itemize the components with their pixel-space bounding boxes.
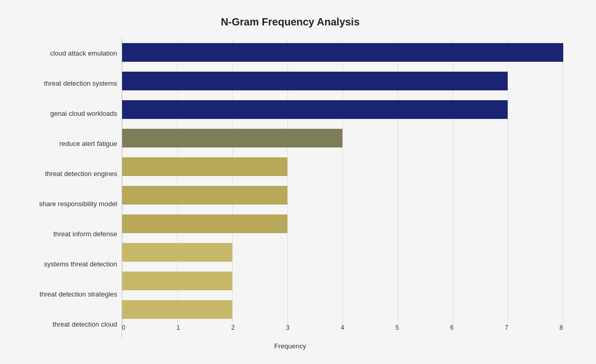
x-tick-label: 5: [395, 324, 399, 340]
x-tick-label: 8: [560, 324, 563, 340]
x-tick-label: 2: [231, 324, 235, 340]
bar-row: [122, 70, 563, 92]
y-label: threat detection cloud: [18, 311, 117, 338]
bar: [122, 100, 508, 119]
bar: [122, 129, 343, 147]
bar: [122, 214, 287, 233]
bar: [122, 72, 508, 90]
chart-area: cloud attack emulationthreat detection s…: [18, 38, 563, 340]
bar-row: [122, 41, 563, 64]
x-tick-label: 0: [122, 324, 126, 340]
bars: [122, 38, 563, 324]
y-label: reduce alert fatigue: [18, 130, 117, 157]
y-label: share responsibility model: [18, 191, 117, 218]
chart-title: N-Gram Frequency Analysis: [18, 16, 563, 28]
y-label: threat detection systems: [18, 70, 117, 97]
bar-row: [122, 241, 563, 264]
bar: [122, 43, 563, 62]
x-tick-label: 3: [286, 324, 289, 340]
y-label: threat detection strategies: [18, 281, 117, 308]
x-axis-title: Frequency: [18, 342, 563, 350]
bar-row: [122, 298, 563, 321]
bar-row: [122, 212, 563, 235]
x-tick-label: 1: [177, 324, 180, 340]
x-tick-label: 7: [505, 324, 508, 340]
y-label: threat detection engines: [18, 160, 117, 187]
chart-container: N-Gram Frequency Analysis cloud attack e…: [12, 6, 584, 359]
y-label: cloud attack emulation: [18, 40, 117, 67]
bar: [122, 186, 287, 205]
bar: [122, 272, 232, 290]
x-tick-label: 4: [341, 324, 345, 340]
bar-row: [122, 155, 563, 178]
y-label: threat inform defense: [18, 221, 117, 248]
y-label: genai cloud workloads: [18, 100, 117, 127]
x-axis-labels: 012345678: [122, 324, 563, 340]
y-labels: cloud attack emulationthreat detection s…: [18, 38, 122, 340]
bar: [122, 300, 232, 319]
bars-area: 012345678: [122, 38, 563, 340]
bar-row: [122, 269, 563, 292]
x-tick-label: 6: [450, 324, 454, 340]
y-label: systems threat detection: [18, 251, 117, 278]
bar-row: [122, 98, 563, 121]
bar-row: [122, 127, 563, 150]
bar: [122, 243, 232, 262]
bar: [122, 157, 287, 176]
bar-row: [122, 184, 563, 207]
